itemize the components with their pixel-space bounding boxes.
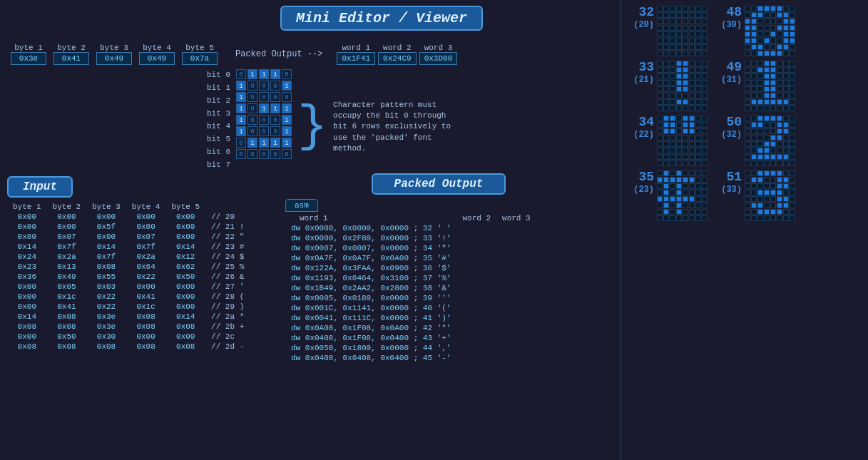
bit-cell-6-2: 1 [259, 138, 269, 148]
char-block: 35(23) [626, 170, 708, 221]
output-section: Packed Output asm word 1 word 2 word 3 d… [285, 173, 592, 363]
char-block: 51(33) [713, 170, 795, 221]
bit-cell-6-3: 1 [270, 138, 280, 148]
bit-cell-0-4: 0 [282, 69, 292, 79]
bit-cell-3-2: 1 [259, 103, 269, 113]
bit-row-0: 01110 [236, 69, 292, 79]
bit-cell-0-1: 1 [247, 69, 257, 79]
word-group: word 1 0x1F41 word 2 0x24C9 word 3 0x3D0… [337, 44, 457, 65]
char-block: 49(31) [713, 61, 795, 111]
input-label-box: Input [7, 176, 73, 198]
byte-col-4: byte 4 0x49 [136, 44, 178, 65]
bit-label-7: bit 7 [207, 159, 233, 170]
bit-label-3: bit 3 [207, 108, 233, 119]
bit-cell-3-1: 0 [247, 103, 257, 113]
table-row: 0x140x7f0x140x7f0x14// 23 # [7, 242, 250, 252]
byte-col-5: byte 5 0x7a [178, 44, 221, 65]
bit-cell-1-1: 0 [247, 81, 257, 91]
bit-cell-4-3: 0 [270, 115, 280, 125]
bit-cell-0-3: 1 [270, 69, 280, 79]
char-block: 34(22) [626, 116, 708, 166]
output-tbody: dw 0x0000, 0x0000, 0x0000 ; 32 ' 'dw 0x0… [285, 223, 536, 363]
table-row: 0x000x410x220x1c0x00// 29 ) [7, 302, 250, 312]
char-block: 32(20) [626, 6, 708, 56]
table-row: dw 0x1B49, 0x2AA2, 0x2800 ; 38 '&' [285, 283, 536, 293]
bit-cell-0-0: 0 [236, 69, 246, 79]
word-col-2: word 2 0x24C9 [378, 44, 417, 65]
table-row: 0x000x050x030x000x00// 27 ' [7, 282, 250, 292]
bit-cell-1-2: 0 [259, 81, 269, 91]
bit-cell-3-0: 1 [236, 103, 246, 113]
table-row: dw 0x0A08, 0x1F08, 0x0A00 ; 42 '*' [285, 323, 536, 333]
byte-col-3: byte 3 0x49 [93, 44, 136, 65]
bit-label-1: bit 1 [207, 82, 233, 93]
bit-label-5: bit 5 [207, 133, 233, 145]
header-row: byte 1 0x3e byte 2 0x41 byte 3 0x49 byte… [7, 44, 613, 65]
bit-cell-5-3: 0 [270, 126, 280, 136]
table-row: dw 0x0408, 0x0408, 0x0400 ; 45 '-' [285, 353, 536, 363]
brace-text: Character pattern must occupy the bit 0 … [333, 100, 461, 155]
table-row: dw 0x0000, 0x2F80, 0x0000 ; 33 '!' [285, 233, 536, 243]
bit-row-2: 10000 [236, 92, 292, 102]
bit-cell-6-4: 1 [282, 138, 292, 148]
bit-cell-1-4: 1 [282, 81, 292, 91]
char-block: 48(30) [713, 6, 795, 56]
table-row: dw 0x0007, 0x0007, 0x0000 ; 34 '"' [285, 243, 536, 253]
bit-cell-2-0: 1 [236, 92, 246, 102]
table-row: 0x080x080x3e0x080x08// 2b + [7, 322, 250, 332]
table-row: 0x360x490x550x220x50// 26 & [7, 272, 250, 282]
bit-grid-container: bit 0bit 1bit 2bit 3bit 4bit 5bit 6bit 7… [207, 69, 292, 170]
right-panel: 32(20)48(30)33(21)49(31)34(22)50(32)35(2… [621, 0, 868, 460]
bit-cell-4-4: 1 [282, 115, 292, 125]
table-row: dw 0x0005, 0x0180, 0x0000 ; 39 ''' [285, 293, 536, 303]
bit-cell-4-1: 0 [247, 115, 257, 125]
bit-cell-5-1: 0 [247, 126, 257, 136]
bit-label-4: bit 4 [207, 121, 233, 132]
bit-cell-4-0: 1 [236, 115, 246, 125]
table-row: dw 0x122A, 0x3FAA, 0x0900 ; 36 '$' [285, 263, 536, 273]
bit-cell-1-3: 0 [270, 81, 280, 91]
table-row: dw 0x0408, 0x1F08, 0x0400 ; 43 '+' [285, 333, 536, 343]
table-row: dw 0x001C, 0x1141, 0x0000 ; 40 '(' [285, 303, 536, 313]
title: Mini Editor / Viewer [296, 10, 467, 26]
bit-cell-7-3: 0 [270, 149, 280, 159]
bit-cell-0-2: 1 [259, 69, 269, 79]
left-panel: Mini Editor / Viewer byte 1 0x3e byte 2 … [0, 0, 621, 460]
bit-row-6: 01111 [236, 138, 292, 148]
table-row: 0x230x130x080x640x62// 25 % [7, 262, 250, 272]
bit-cell-6-1: 1 [247, 138, 257, 148]
bit-cell-6-0: 0 [236, 138, 246, 148]
asm-tab[interactable]: asm [285, 199, 318, 212]
bit-cell-2-2: 0 [259, 92, 269, 102]
bit-cell-4-2: 0 [259, 115, 269, 125]
bit-label-2: bit 2 [207, 95, 233, 106]
table-row: dw 0x0A7F, 0x0A7F, 0x0A00 ; 35 '#' [285, 253, 536, 263]
table-row: 0x080x080x080x080x08// 2d - [7, 342, 250, 352]
bit-grid-area: bit 0bit 1bit 2bit 3bit 4bit 5bit 6bit 7… [7, 69, 613, 170]
bit-cell-7-1: 0 [247, 149, 257, 159]
bit-cell-3-4: 1 [282, 103, 292, 113]
packed-output-label: Packed Output [394, 178, 484, 190]
word-col-1: word 1 0x1F41 [337, 44, 375, 65]
table-row: 0x000x000x000x000x00// 20 [7, 212, 250, 222]
bit-cell-2-3: 0 [270, 92, 280, 102]
bit-row-4: 10001 [236, 115, 292, 125]
bit-cell-5-0: 1 [236, 126, 246, 136]
brace-area: } Character pattern must occupy the bit … [297, 83, 461, 170]
bottom-area: Input byte 1 byte 2 byte 3 byte 4 byte 5 [7, 173, 613, 363]
bit-label-6: bit 6 [207, 146, 233, 158]
table-row: 0x000x000x5f0x000x00// 21 ! [7, 222, 250, 232]
bit-cell-3-3: 1 [270, 103, 280, 113]
bit-cell-2-1: 0 [247, 92, 257, 102]
char-block: 50(32) [713, 116, 795, 166]
table-row: dw 0x0050, 0x1800, 0x0000 ; 44 ',' [285, 343, 536, 353]
input-tbody: 0x000x000x000x000x00// 200x000x000x5f0x0… [7, 212, 250, 352]
input-table: byte 1 byte 2 byte 3 byte 4 byte 5 0x000… [7, 202, 250, 352]
bit-cell-7-0: 0 [236, 149, 246, 159]
word-col-3: word 3 0x3D00 [419, 44, 458, 65]
input-label: Input [23, 180, 57, 193]
title-box: Mini Editor / Viewer [280, 6, 483, 31]
byte-col-1: byte 1 0x3e [7, 44, 50, 65]
bit-row-5: 10001 [236, 126, 292, 136]
bit-cell-5-4: 1 [282, 126, 292, 136]
